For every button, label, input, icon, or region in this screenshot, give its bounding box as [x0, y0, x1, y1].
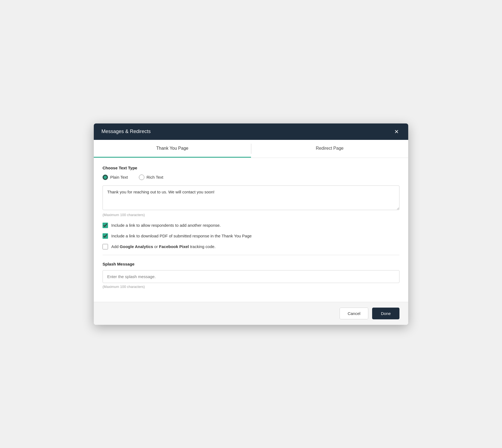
splash-section-label: Splash Message: [103, 262, 399, 266]
modal-footer: Cancel Done: [94, 302, 408, 325]
modal-body: Choose Text Type Plain Text Rich Text Th…: [94, 158, 408, 302]
checkbox-tracking-code-label: Add Google Analytics or Facebook Pixel t…: [111, 244, 215, 249]
tab-redirect[interactable]: Redirect Page: [251, 140, 408, 158]
splash-char-limit: (Maximum 100 characters): [103, 285, 399, 289]
checkbox-download-pdf-label: Include a link to download PDF of submit…: [111, 233, 252, 239]
section-divider: [103, 255, 399, 255]
checkbox-download-pdf: Include a link to download PDF of submit…: [103, 233, 399, 239]
radio-plain-text-input[interactable]: [103, 175, 108, 180]
tabs-bar: Thank You Page Redirect Page: [94, 140, 408, 158]
splash-input[interactable]: [103, 270, 399, 283]
modal-header: Messages & Redirects ✕: [94, 123, 408, 140]
checkbox-add-another-label: Include a link to allow respondents to a…: [111, 222, 221, 228]
radio-rich-text-input[interactable]: [139, 175, 144, 180]
close-button[interactable]: ✕: [393, 128, 401, 135]
checkbox-download-pdf-input[interactable]: [103, 233, 108, 239]
checkbox-add-another-input[interactable]: [103, 223, 108, 228]
checkbox-tracking-code: Add Google Analytics or Facebook Pixel t…: [103, 244, 399, 249]
radio-group: Plain Text Rich Text: [103, 175, 399, 180]
tab-thank-you[interactable]: Thank You Page: [94, 140, 251, 158]
modal-title: Messages & Redirects: [101, 129, 151, 134]
thank-you-textarea[interactable]: Thank you for reaching out to us. We wil…: [103, 185, 399, 210]
done-button[interactable]: Done: [372, 308, 399, 319]
checkbox-tracking-code-input[interactable]: [103, 244, 108, 249]
choose-text-type-label: Choose Text Type: [103, 166, 399, 170]
checkbox-add-another: Include a link to allow respondents to a…: [103, 222, 399, 228]
textarea-char-limit: (Maximum 100 characters): [103, 213, 399, 217]
radio-rich-text[interactable]: Rich Text: [139, 175, 163, 180]
cancel-button[interactable]: Cancel: [340, 308, 368, 319]
radio-plain-text[interactable]: Plain Text: [103, 175, 128, 180]
modal: Messages & Redirects ✕ Thank You Page Re…: [94, 123, 408, 325]
